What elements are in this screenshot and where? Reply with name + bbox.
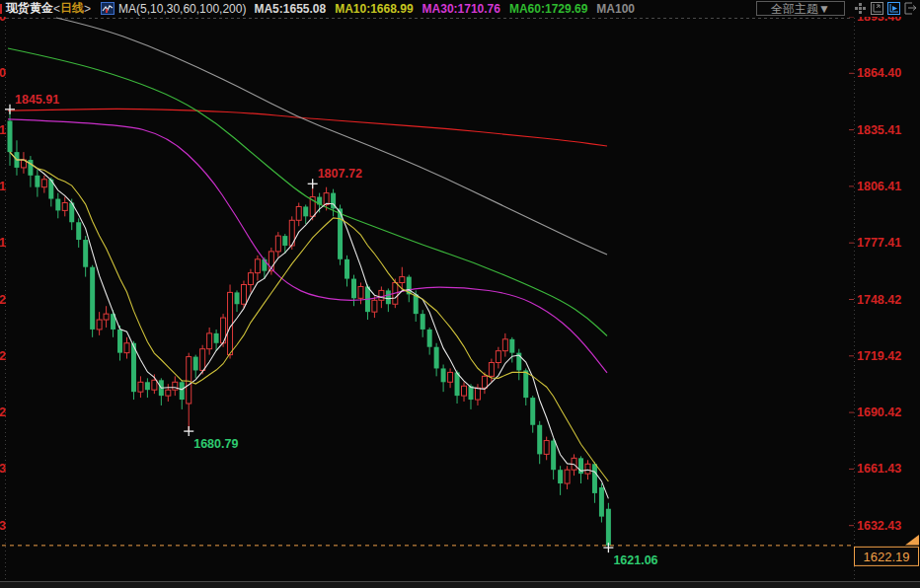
candle-body (482, 376, 487, 388)
detach-window-icon[interactable] (903, 2, 917, 16)
price-annotation: 1845.91 (15, 93, 59, 107)
y-axis-label-left-clipped: 1806.41 (0, 180, 6, 193)
period-label[interactable]: 日线 (60, 0, 84, 17)
candle-body (76, 222, 81, 240)
symbol-title[interactable]: 现货黄金 (6, 0, 53, 17)
candle-body (441, 368, 446, 382)
candle-body (255, 259, 260, 273)
candle-body (235, 292, 240, 304)
y-axis-label-left-clipped: 1690.42 (0, 405, 6, 419)
candle-body (544, 441, 549, 455)
detach-icon-arrow (908, 6, 916, 11)
candle-body (537, 425, 542, 455)
chart-type-icon[interactable] (101, 2, 115, 15)
y-axis-label-left-clipped: 1661.43 (0, 462, 6, 476)
candle-body (386, 290, 391, 304)
y-axis-label-right: 1864.40 (857, 66, 901, 80)
candle-body (296, 206, 301, 220)
axis-scale-icon[interactable] (870, 2, 883, 16)
candle-body (592, 464, 597, 493)
candlestick-chart[interactable]: 1893.401893.401864.401864.401835.411835.… (0, 0, 920, 588)
candle-body (166, 390, 171, 396)
candle-body (152, 380, 157, 390)
bottom-strip (0, 582, 920, 588)
candle-body (138, 382, 143, 392)
candle-body (173, 382, 178, 390)
pan-icon[interactable] (853, 2, 867, 16)
candle-body (275, 236, 280, 252)
period-bracket-open: < (53, 2, 60, 16)
candle-body (180, 382, 185, 400)
candle-body (241, 284, 246, 304)
legend-ma60: MA60:1729.69 (509, 2, 587, 16)
candle-body (303, 206, 308, 216)
ma-line-ma200 (8, 109, 607, 146)
candle-body (468, 386, 473, 400)
ma-line-ma60 (8, 48, 607, 335)
period-bracket-close: > (84, 2, 91, 16)
candle-body (489, 363, 494, 377)
candle-body (248, 273, 253, 285)
legend-ma100: MA100 (596, 2, 635, 16)
legend-ma30: MA30:1710.76 (422, 2, 500, 16)
candle-body (97, 320, 102, 330)
chart-header-bar: 现货黄金 < 日线 > MA(5,10,30,60,100,200) MA5:1… (0, 0, 920, 17)
axis-icon-glyph (874, 4, 882, 12)
y-axis-label-right: 1777.41 (857, 236, 901, 250)
candle-body (207, 333, 212, 349)
y-axis-label-right: 1632.43 (857, 519, 901, 533)
candle-body (496, 351, 500, 363)
y-axis-label-left-clipped: 1835.41 (0, 123, 6, 137)
candle-body (599, 487, 604, 517)
candle-body (558, 470, 563, 483)
candle-body (282, 236, 287, 246)
candle-body (585, 464, 590, 474)
indicator-label: MA(5,10,30,60,100,200) (118, 2, 246, 16)
candle-body (35, 176, 39, 187)
chart-play-icon[interactable] (886, 2, 900, 16)
candle-body (421, 314, 425, 330)
y-axis-label-left-clipped: 1777.41 (0, 236, 6, 250)
y-axis-label-right: 1748.42 (857, 293, 901, 307)
candle-body (104, 314, 109, 320)
candle-body (351, 279, 356, 299)
candle-body (358, 286, 363, 298)
candle-body (427, 330, 432, 347)
candle-body (117, 330, 122, 353)
candle-body (462, 386, 467, 396)
current-price-marker-icon (905, 535, 919, 546)
candle-body (214, 333, 219, 343)
candle-body (379, 290, 384, 300)
candle-body (200, 349, 205, 371)
chart-icon-bar (106, 9, 108, 13)
candle-body (90, 267, 95, 330)
candle-body (345, 259, 349, 279)
y-axis-label-left-clipped: 1632.43 (0, 519, 6, 533)
candle-body (565, 470, 570, 483)
candle-body (324, 193, 329, 205)
y-axis-label-right: 1835.41 (857, 123, 901, 137)
candle-body (434, 347, 439, 369)
candle-body (124, 343, 129, 353)
clipped-axis-digit (0, 4, 2, 14)
candle-body (41, 180, 46, 187)
y-axis-label-right: 1806.41 (857, 180, 901, 193)
candle-body (551, 441, 556, 471)
play-icon-triangle (892, 6, 897, 11)
candle-body (400, 277, 405, 283)
candle-body (8, 121, 13, 153)
trading-chart-app: 现货黄金 < 日线 > MA(5,10,30,60,100,200) MA5:1… (0, 0, 920, 588)
current-price-value: 1622.19 (864, 550, 910, 564)
candle-body (530, 398, 535, 425)
candle-body (475, 388, 480, 400)
y-axis-label-left-clipped: 1719.42 (0, 349, 6, 363)
theme-dropdown-button[interactable]: 全部主题▼ (756, 1, 845, 16)
candle-body (145, 382, 150, 390)
candle-body (83, 240, 88, 267)
candle-body (193, 357, 198, 371)
candle-body (448, 372, 453, 382)
y-axis-label-right: 1690.42 (857, 405, 901, 419)
ma-line-ma30 (8, 119, 607, 373)
y-axis-label-right: 1719.42 (857, 349, 901, 363)
legend-ma5: MA5:1655.08 (254, 2, 326, 16)
